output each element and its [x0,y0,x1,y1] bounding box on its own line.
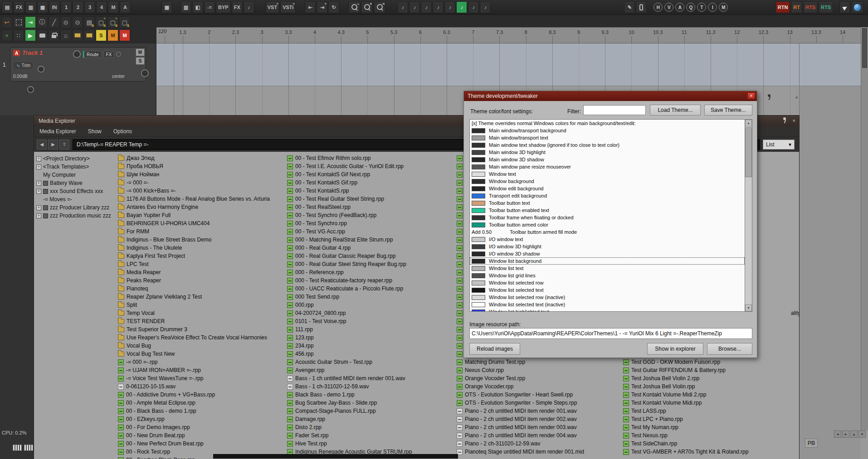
file-item[interactable]: Pianoteq [118,285,286,293]
file-item[interactable]: 0101 - Test Voise.rpp [287,317,456,325]
file-item[interactable]: -= 000 =- [118,179,286,187]
arrange-vertical-scrollbar[interactable] [861,27,868,430]
file-item[interactable]: Vocal Bug Test New [118,350,286,358]
file-item[interactable]: Disto 2.rpp [287,423,456,431]
scroll-down-icon[interactable]: ▼ [745,304,752,311]
file-item[interactable]: OTS - Evolution Songwriter - Heart Swell… [457,391,622,399]
note-length-6-button[interactable]: ♪ [468,1,479,13]
theme-color-row[interactable]: Window list selected row (inactive) [470,294,745,301]
expand-icon[interactable]: + [36,181,41,186]
expand-icon[interactable]: + [36,205,41,210]
file-item[interactable]: 00 - EZkeys.rpp [118,415,286,423]
pb-button[interactable]: PB [805,439,818,448]
media-item-button[interactable]: ▦ [161,1,172,13]
open-project-icon[interactable] [72,29,83,41]
zoom-out-button[interactable]: − [348,1,360,13]
file-item[interactable]: Test Joshua Bell Violin 2.rpp [623,374,798,382]
note-length-5-button[interactable]: ♪ [444,1,455,13]
file-item[interactable]: -= UJAM IRON+AMBER =-.rpp [118,366,286,374]
record-arm-knob[interactable] [73,50,81,58]
vsti-button[interactable]: VSTi+ [280,1,296,13]
file-item[interactable]: Piano - 2 ch untitled MIDI item render 0… [457,431,622,440]
file-item[interactable]: 000 - Real Guitar Classic Reaper Bug.rpp [287,252,456,260]
file-item[interactable]: Media Reaper [118,268,286,276]
theme-color-row[interactable]: Main window/transport text [470,134,745,141]
show-selected-takes-icon[interactable]: ⊙ [72,16,83,28]
expand-icon[interactable]: + [36,189,41,194]
trim-mode-button[interactable]: -= [204,1,215,13]
file-item[interactable]: Test Kontakt Volume Midi.rpp [623,399,798,407]
file-item[interactable]: 00 - Test KontaktS Gif Next.rpp [287,170,456,179]
file-item[interactable]: Test Superior Drummer 3 [118,325,286,333]
file-item[interactable]: -= 000 =-.rpp [118,358,286,366]
grid-blocks-button[interactable]: ▦ [37,1,48,13]
file-item[interactable]: Kaplya First Test Project [118,252,286,260]
tree-item[interactable]: +<Track Templates> [36,163,117,171]
lock-icon[interactable] [49,29,59,41]
file-item[interactable]: Test LASS.rpp [623,407,798,415]
clear-tool-icon[interactable]: × [1,29,12,41]
file-item[interactable]: For RMM [118,227,286,236]
m-mode-button[interactable]: M [719,3,728,12]
file-item[interactable]: Fader Set.rpp [287,431,456,440]
nudge-left-button[interactable]: ⇤ [305,1,316,13]
theme-color-row[interactable]: Window edit background [470,185,745,192]
file-item[interactable]: Test Guitar RIFFENDIUM & Battery.rpp [623,366,798,374]
file-item[interactable]: Проба НОВЬЯ [118,162,286,170]
file-item[interactable]: Reaper Zplane Vielklang 2 Test [118,293,286,301]
track-name[interactable]: Track 1 [22,49,43,56]
midi-editor-icon[interactable] [24,445,33,451]
file-item[interactable]: Indiginus - Blue Street Brass Demo [118,236,286,244]
menu-options[interactable]: Options [113,128,132,135]
theme-color-row[interactable]: Window list selected row [470,279,745,286]
theme-color-row[interactable]: I/O window text [470,236,745,243]
h-mode-button[interactable]: H [653,3,663,12]
pointer-tool-icon[interactable]: ▶ [25,29,36,41]
slope-tool-icon[interactable]: ╱ [49,16,59,28]
menu-show[interactable]: Show [88,128,102,135]
expand-icon[interactable]: + [36,164,41,169]
snap-s4-icon[interactable]: ▢S [119,16,130,28]
fx-bypass-button[interactable]: FX [232,1,243,13]
main-menu-button[interactable]: ▤ [2,1,13,13]
theme-color-row[interactable]: Toolbar button armed color [470,221,745,228]
track-1-strip[interactable]: A Track 1 Route FX M S ∿ Trim 0.00dB cen… [10,47,146,82]
file-item[interactable]: 00 - Test Synchro.rpp [287,219,456,227]
note-length-1-button[interactable]: ♪ [397,1,408,13]
theme-color-row[interactable]: Main window 3D shadow [470,156,745,163]
reload-images-button[interactable]: Reload images [469,343,520,355]
trim-toggle[interactable]: ∿ Trim [14,62,33,69]
pin-icon[interactable] [782,117,787,124]
group-2-button[interactable]: 2 [73,1,83,13]
file-item[interactable]: Test My Numan.rpp [623,423,798,431]
pan-button-2[interactable]: ▴ [850,430,858,438]
file-item[interactable]: TEST RENDER [118,317,286,325]
file-item[interactable]: Piano - 2 ch-311020-12-59.wav [457,440,622,448]
image-resource-path-input[interactable] [469,328,752,339]
file-item[interactable]: 00 - Test I.E. Acoustic Guitar - YuriOl … [287,162,456,170]
file-item[interactable]: Bug Scarbee Jay-Bass - Slide.rpp [287,399,456,407]
snap-s2-icon[interactable]: ▢S× [96,16,107,28]
file-item[interactable]: Piano - 2 ch untitled MIDI item render 0… [457,415,622,423]
file-item[interactable]: Bass - 1 ch untitled MIDI item render 00… [287,374,456,382]
close-icon[interactable]: × [795,95,798,100]
file-item[interactable]: Test VG-AMBER + AR70s Tight Kit & Roland… [623,448,798,456]
file-item[interactable]: Peaks Reaper [118,276,286,285]
note-length-4-button[interactable]: ♪ [433,1,444,13]
rts-button[interactable]: RTS [803,1,818,13]
input-fx-button[interactable]: IN [49,1,60,13]
file-item[interactable]: 00 - New Drum Beat.rpp [118,431,286,440]
file-item[interactable]: 000 Test Send.rpp [287,293,456,301]
repeat-button[interactable]: ↻ [328,1,339,13]
pencil-tool-button[interactable]: ✎ [624,1,635,13]
pan-button-0[interactable]: ◂ [834,430,841,438]
file-item[interactable]: Bass - 1 ch-311020-12-59.wav [287,382,456,391]
theme-color-row[interactable]: Window list selected text (inactive) [470,301,745,308]
file-item[interactable]: Temp Vocal [118,309,286,317]
note-length-3-button[interactable]: ♪ [421,1,432,13]
i-mode-button[interactable]: I [708,3,717,12]
view-mode-dropdown[interactable]: List ▾ [763,140,795,150]
snap-s1-icon[interactable]: ▤S [84,16,95,28]
filter-input[interactable] [583,105,646,115]
note-length-active-button[interactable]: ♪ [456,1,467,13]
